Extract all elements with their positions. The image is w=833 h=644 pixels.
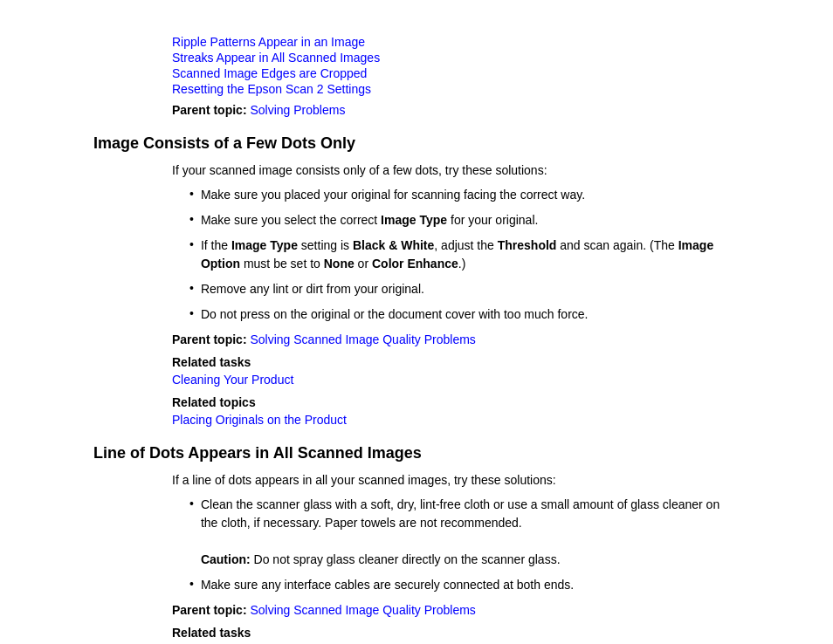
section1-heading: Image Consists of a Few Dots Only [93, 134, 740, 153]
top-links-section: Ripple Patterns Appear in an Image Strea… [172, 35, 740, 96]
bullet-text: Make sure you select the correct Image T… [201, 211, 740, 230]
bullet-text: Remove any lint or dirt from your origin… [201, 280, 740, 298]
bullet-item: • Make sure you select the correct Image… [189, 211, 740, 230]
section1-parent-link[interactable]: Solving Scanned Image Quality Problems [250, 332, 475, 346]
section1: Image Consists of a Few Dots Only If you… [93, 134, 740, 427]
section1-cleaning-link[interactable]: Cleaning Your Product [172, 373, 293, 387]
link-reset[interactable]: Resetting the Epson Scan 2 Settings [172, 82, 371, 96]
bullet-dot: • [189, 306, 194, 320]
bullet-dot: • [189, 187, 194, 201]
bold-none: None [324, 257, 355, 271]
section1-related-topics-link-container: Placing Originals on the Product [172, 413, 740, 427]
section2-heading: Line of Dots Appears in All Scanned Imag… [93, 444, 740, 462]
bullet-item: • Remove any lint or dirt from your orig… [189, 280, 740, 298]
bold-color-enhance: Color Enhance [372, 257, 458, 271]
bullet-text: If the Image Type setting is Black & Whi… [201, 236, 740, 273]
link-ripple[interactable]: Ripple Patterns Appear in an Image [172, 35, 365, 49]
section1-related-tasks-label: Related tasks [172, 355, 740, 369]
section2-intro: If a line of dots appears in all your sc… [172, 473, 740, 487]
bold-image-type: Image Type [381, 213, 447, 227]
parent-topic-top: Parent topic: Solving Problems [172, 103, 740, 117]
section2-related-tasks-label: Related tasks [172, 626, 740, 640]
section1-placing-link[interactable]: Placing Originals on the Product [172, 413, 347, 427]
section2-parent-link[interactable]: Solving Scanned Image Quality Problems [250, 603, 475, 617]
bold-threshold: Threshold [498, 238, 557, 252]
link-edges-container: Scanned Image Edges are Cropped [172, 66, 740, 80]
caution-text: Do not spray glass cleaner directly on t… [254, 552, 561, 566]
link-reset-container: Resetting the Epson Scan 2 Settings [172, 82, 740, 96]
bullet-text: Clean the scanner glass with a soft, dry… [201, 496, 740, 569]
bullet-item: • If the Image Type setting is Black & W… [189, 236, 740, 273]
bullet-dot: • [189, 237, 194, 251]
bullet-item: • Make sure any interface cables are sec… [189, 576, 740, 594]
bullet-text: Make sure any interface cables are secur… [201, 576, 740, 594]
link-streaks[interactable]: Streaks Appear in All Scanned Images [172, 51, 380, 65]
bullet-text: Do not press on the original or the docu… [201, 305, 740, 324]
bold-image-type2: Image Type [231, 238, 298, 252]
link-ripple-container: Ripple Patterns Appear in an Image [172, 35, 740, 49]
section2-parent-label-text: Parent topic: [172, 603, 247, 617]
section2-bullets: • Clean the scanner glass with a soft, d… [189, 496, 740, 594]
bold-bw: Black & White [353, 238, 434, 252]
bullet-dot: • [189, 577, 194, 591]
parent-topic-top-link[interactable]: Solving Problems [250, 103, 345, 117]
bullet-text-main: Clean the scanner glass with a soft, dry… [201, 497, 719, 530]
bullet-item: • Clean the scanner glass with a soft, d… [189, 496, 740, 569]
link-streaks-container: Streaks Appear in All Scanned Images [172, 51, 740, 65]
section1-related-tasks-link-container: Cleaning Your Product [172, 373, 740, 387]
link-edges[interactable]: Scanned Image Edges are Cropped [172, 66, 367, 80]
section1-intro: If your scanned image consists only of a… [172, 163, 740, 177]
section1-related-topics-label: Related topics [172, 395, 740, 409]
caution-block-inline: Caution: Do not spray glass cleaner dire… [201, 551, 561, 569]
section2: Line of Dots Appears in All Scanned Imag… [93, 444, 740, 644]
bullet-dot: • [189, 281, 194, 295]
section2-parent-topic-label: Parent topic: Solving Scanned Image Qual… [172, 603, 740, 617]
bullet-text: Make sure you placed your original for s… [201, 186, 740, 204]
bullet-item: • Do not press on the original or the do… [189, 305, 740, 324]
bullet-item: • Make sure you placed your original for… [189, 186, 740, 204]
caution-label: Caution: [201, 552, 251, 566]
page-container: Ripple Patterns Appear in an Image Strea… [41, 0, 792, 644]
parent-topic-top-label: Parent topic: [172, 103, 247, 117]
bullet-dot: • [189, 212, 194, 226]
section1-bullets: • Make sure you placed your original for… [189, 186, 740, 324]
section1-parent-label-text: Parent topic: [172, 332, 247, 346]
bullet-dot: • [189, 497, 194, 510]
section1-parent-topic-label: Parent topic: Solving Scanned Image Qual… [172, 332, 740, 346]
